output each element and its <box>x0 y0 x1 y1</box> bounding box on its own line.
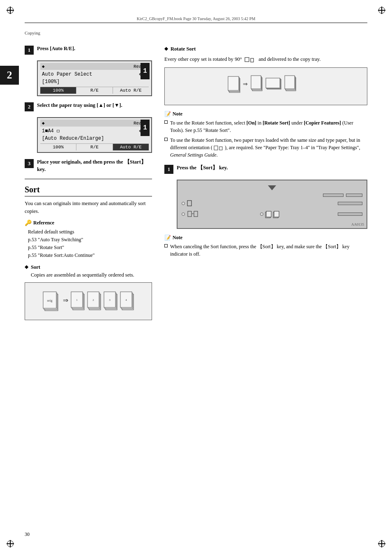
page-number: 30 <box>25 531 30 538</box>
header-text: KirC2_GBcopyF_FM.book Page 30 Tuesday, A… <box>25 16 367 21</box>
panel-paper-icon-1 <box>187 200 193 207</box>
note1-square-0 <box>164 120 168 124</box>
rotate-orientation-icon <box>244 57 256 62</box>
step2-label: Select the paper tray using [▲] or [▼]. <box>37 102 122 109</box>
sort-svg: orig ⇒ 1 2 <box>39 287 138 316</box>
rotate-sort-svg: ⇒ <box>225 72 307 101</box>
orientation-icon-inline <box>214 145 224 150</box>
lcd1-btn3: Auto R/E <box>113 87 149 94</box>
note2-icon: 📝 <box>164 235 171 241</box>
indicator-dot-1 <box>182 202 185 205</box>
note1-label: 📝 Note <box>164 111 367 118</box>
svg-rect-45 <box>274 211 279 217</box>
svg-text:orig: orig <box>47 299 53 302</box>
step3-number: 3 <box>25 159 34 168</box>
lcd2-numbox: 1 <box>141 120 150 136</box>
svg-rect-35 <box>285 76 295 89</box>
svg-rect-32 <box>266 78 280 88</box>
panel-triangle <box>268 185 276 190</box>
ref-item-3: p.55 "Rotate Sort:Auto Continue" <box>28 252 152 259</box>
panel-stack-icons <box>265 210 280 218</box>
step1-number: 1 <box>25 46 34 55</box>
reference-icon: 🔑 <box>25 219 32 226</box>
lcd2-row2: [Auto Reduce/Enlarge] <box>42 136 104 141</box>
lcd-screen-1: ◆Ready Auto Paper Select ⟺ [100%] 100% R… <box>37 60 152 96</box>
corner-mark-tl <box>6 6 14 14</box>
rotate-sort-text: Every other copy set is rotated by 90° a… <box>164 55 367 63</box>
lcd2-btn2: R/E <box>76 144 113 150</box>
svg-text:4: 4 <box>125 298 127 302</box>
step2-block: 2 Select the paper tray using [▲] or [▼]… <box>25 102 152 111</box>
lcd1-btn2: R/E <box>76 87 113 94</box>
lcd1-btn1: 100% <box>40 87 76 94</box>
ref-item-1: p.53 "Auto Tray Switching" <box>28 236 152 244</box>
svg-text:⇒: ⇒ <box>243 81 248 87</box>
note2-item-0: When canceling the Sort function, press … <box>164 243 367 258</box>
note2-label: 📝 Note <box>164 235 367 241</box>
sort-illustration: orig ⇒ 1 2 <box>25 282 152 320</box>
svg-rect-36 <box>214 146 218 150</box>
svg-text:⇒: ⇒ <box>63 297 68 304</box>
section-divider <box>25 179 152 179</box>
step3-block: 3 Place your originals, and then press t… <box>25 159 152 173</box>
svg-text:1: 1 <box>76 298 78 302</box>
panel-code: AA0135 <box>351 222 364 226</box>
panel-mockup: AA0135 <box>177 180 367 229</box>
svg-rect-43 <box>266 211 271 217</box>
svg-rect-25 <box>228 76 239 90</box>
indicator-dot-2 <box>182 212 185 216</box>
lcd1-row1: Auto Paper Select <box>42 72 92 77</box>
press-sort-number: 1 <box>164 165 173 174</box>
corner-mark-tr <box>378 6 386 14</box>
page-container: KirC2_GBcopyF_FM.book Page 30 Tuesday, A… <box>0 0 392 554</box>
rotate-sort-heading: Rotate Sort <box>171 45 196 53</box>
lcd-screen-2: ◆Ready 1■A4 ◻ ⟺ [Auto Reduce/Enlarge] 10… <box>37 117 152 153</box>
lcd1-row2: [100%] <box>42 79 60 85</box>
lcd1-numbox: 1 <box>141 63 150 79</box>
corner-mark-br <box>378 540 386 548</box>
svg-rect-21 <box>245 58 249 62</box>
diamond-icon-rotate: ◆ <box>164 46 168 52</box>
main-content: 1 Press [Auto R/E]. ◆Ready Auto Paper Se… <box>25 45 367 326</box>
step1-label: Press [Auto R/E]. <box>37 45 75 53</box>
step2-number: 2 <box>25 102 34 111</box>
diamond-icon-sort: ◆ <box>25 264 28 270</box>
rotate-sort-bullet: ◆ Rotate Sort <box>164 45 367 53</box>
lcd2-btn1: 100% <box>40 144 76 150</box>
step1-block: 1 Press [Auto R/E]. <box>25 45 152 55</box>
header-bar: KirC2_GBcopyF_FM.book Page 30 Tuesday, A… <box>25 16 367 23</box>
svg-rect-29 <box>251 76 261 89</box>
chapter-tab: 2 <box>0 66 19 85</box>
svg-text:2: 2 <box>92 298 94 302</box>
svg-rect-22 <box>251 58 254 62</box>
svg-rect-38 <box>187 201 191 206</box>
sort-bullet-text: Sort Copies are assembled as sequentiall… <box>31 263 134 279</box>
svg-rect-37 <box>219 147 222 150</box>
left-column: 1 Press [Auto R/E]. ◆Ready Auto Paper Se… <box>25 45 152 326</box>
panel-btn-bot <box>338 212 362 216</box>
note2-square-0 <box>164 244 168 247</box>
panel-btn-top2 <box>346 194 362 197</box>
step3-label: Place your originals, and then press the… <box>37 159 152 173</box>
ref-item-2: p.55 "Rotate Sort" <box>28 244 152 252</box>
sort-body-text: You can scan originals into memory and a… <box>25 200 152 215</box>
panel-btn-mid <box>338 202 362 205</box>
section-label: Copying <box>25 30 367 35</box>
panel-btn-top1 <box>323 194 344 197</box>
panel-orientation-icons <box>187 211 202 217</box>
svg-rect-41 <box>194 211 198 217</box>
indicator-dot-3 <box>260 212 263 216</box>
note1-icon: 📝 <box>164 111 171 118</box>
corner-mark-bl <box>6 540 14 548</box>
sort-heading: Sort <box>25 185 152 196</box>
svg-text:3: 3 <box>109 298 111 302</box>
press-sort-label: Press the 【Sort】 key. <box>177 164 228 172</box>
note1-item-1: To use the Rotate Sort function, two pap… <box>164 136 367 159</box>
note1-square-1 <box>164 138 168 141</box>
press-sort-block: 1 Press the 【Sort】 key. <box>164 164 367 174</box>
sort-bullet: ◆ Sort Copies are assembled as sequentia… <box>25 263 152 279</box>
svg-rect-39 <box>188 211 191 217</box>
reference-label: 🔑 Reference <box>25 219 152 226</box>
lcd2-row1: 1■A4 ◻ <box>42 128 60 134</box>
lcd2-btn3: Auto R/E <box>113 144 149 150</box>
